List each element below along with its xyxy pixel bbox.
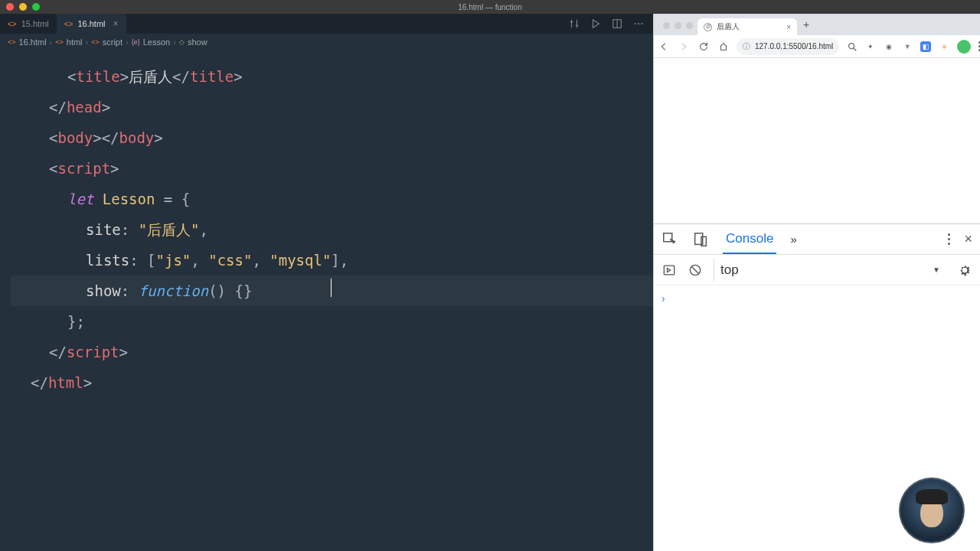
context-selector[interactable]: top ▼ <box>714 259 946 282</box>
close-window-button[interactable] <box>6 3 14 11</box>
crumb-show[interactable]: ◇show <box>179 37 207 47</box>
more-icon[interactable] <box>633 18 644 29</box>
svg-point-3 <box>638 23 639 24</box>
url-input[interactable]: ⓘ 127.0.0.1:5500/16.html <box>737 38 839 55</box>
inspect-element-icon[interactable] <box>662 231 678 248</box>
extension-icon[interactable]: ◉ <box>884 41 894 52</box>
svg-point-4 <box>641 23 642 24</box>
code-area[interactable]: <title>后盾人</title> </head> <body></body>… <box>0 51 653 551</box>
browser-traffic-lights <box>658 22 697 35</box>
svg-rect-9 <box>664 266 674 275</box>
chevron-down-icon: ▼ <box>933 266 940 274</box>
crumb-lesson[interactable]: {e}Lesson <box>132 37 171 47</box>
close-tab-icon[interactable]: × <box>113 18 119 29</box>
editor-tab-label: 16.html <box>77 19 105 28</box>
new-tab-button[interactable]: + <box>797 18 815 35</box>
editor-tab-16[interactable]: <> 16.html × <box>57 14 126 34</box>
html-file-icon: <> <box>64 20 74 28</box>
svg-line-11 <box>691 266 699 274</box>
console-run-icon[interactable] <box>662 262 677 278</box>
editor-tab-15[interactable]: <> 15.html <box>0 14 57 34</box>
browser-tab[interactable]: ∅ 后盾人 × <box>697 18 797 35</box>
editor-tab-label: 15.html <box>21 19 49 28</box>
code-editor: <> 15.html <> 16.html × <>16.html › <>ht… <box>0 14 653 551</box>
crumb-script[interactable]: <>script <box>91 37 122 47</box>
compare-icon[interactable] <box>569 18 580 29</box>
search-icon[interactable] <box>847 41 858 52</box>
editor-tab-actions <box>569 18 653 29</box>
device-toggle-icon[interactable] <box>692 231 709 248</box>
browser-minimize-button[interactable] <box>675 22 681 29</box>
extension-icon[interactable]: ≡ <box>939 41 949 52</box>
devtools-tab-console[interactable]: Console <box>723 225 776 254</box>
split-editor-icon[interactable] <box>612 18 622 29</box>
browser-maximize-button[interactable] <box>686 22 693 29</box>
svg-point-5 <box>849 43 854 48</box>
browser-close-button[interactable] <box>663 22 670 29</box>
extension-icon[interactable]: ◧ <box>920 41 931 52</box>
clear-console-icon[interactable] <box>688 262 703 278</box>
browser-toolbar: ⓘ 127.0.0.1:5500/16.html ✦ ◉ ▼ ◧ ≡ <box>654 35 980 58</box>
traffic-lights <box>6 3 40 11</box>
back-icon[interactable] <box>658 41 669 52</box>
maximize-window-button[interactable] <box>32 3 40 11</box>
webcam-overlay <box>899 478 965 543</box>
profile-avatar[interactable] <box>957 40 971 54</box>
minimize-window-button[interactable] <box>19 3 27 11</box>
console-toolbar: top ▼ <box>654 255 980 285</box>
crumb-html[interactable]: <>html <box>55 37 82 47</box>
devtools-close-icon[interactable]: × <box>964 231 972 247</box>
more-tabs-icon[interactable]: » <box>790 233 796 246</box>
console-prompt-icon: › <box>662 292 665 305</box>
run-icon[interactable] <box>590 18 601 29</box>
reload-icon[interactable] <box>698 41 709 52</box>
svg-point-2 <box>635 23 636 24</box>
editor-tab-bar: <> 15.html <> 16.html × <box>0 14 653 34</box>
url-text: 127.0.0.1:5500/16.html <box>755 42 833 51</box>
favicon-icon: ∅ <box>704 23 712 31</box>
browser-tab-strip: ∅ 后盾人 × + <box>654 14 980 35</box>
devtools-tabs: Console » × <box>654 224 980 255</box>
devtools-menu-icon[interactable] <box>948 233 950 245</box>
site-info-icon[interactable]: ⓘ <box>743 41 750 52</box>
html-file-icon: <> <box>8 20 17 28</box>
extension-icon[interactable]: ✦ <box>865 41 876 52</box>
extension-icon[interactable]: ▼ <box>902 41 913 52</box>
gear-icon[interactable] <box>957 262 972 278</box>
browser-window: ∅ 后盾人 × + ⓘ 127.0.0.1:5500/16.html ✦ ◉ ▼ <box>653 14 980 551</box>
window-title-bar: 16.html — function <box>0 0 980 14</box>
extension-icons: ✦ ◉ ▼ ◧ ≡ <box>847 40 980 54</box>
breadcrumb: <>16.html › <>html › <>script › {e}Lesso… <box>0 34 653 51</box>
browser-tab-title: 后盾人 <box>717 21 740 32</box>
window-title: 16.html — function <box>458 3 521 11</box>
text-cursor <box>331 279 332 297</box>
close-browser-tab-icon[interactable]: × <box>786 23 791 31</box>
home-icon[interactable] <box>718 41 729 52</box>
crumb-file[interactable]: <>16.html <box>8 37 47 47</box>
forward-icon[interactable] <box>678 41 689 52</box>
context-label: top <box>720 262 739 278</box>
